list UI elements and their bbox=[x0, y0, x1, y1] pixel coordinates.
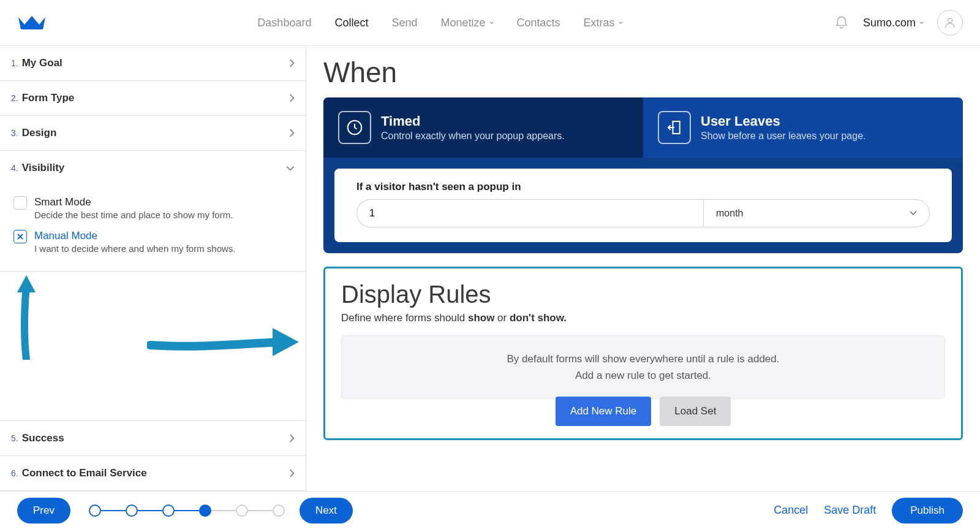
checkbox-checked[interactable] bbox=[13, 230, 27, 243]
exit-door-icon bbox=[658, 111, 691, 144]
step-dot[interactable] bbox=[236, 504, 248, 517]
step-dot[interactable] bbox=[273, 504, 285, 517]
x-icon bbox=[17, 233, 24, 240]
wizard-footer: Prev Next Cancel Save Draft Publish bbox=[0, 491, 980, 529]
when-heading: When bbox=[323, 56, 963, 89]
chevron-down-icon bbox=[919, 19, 924, 26]
when-tab-leaves-title: User Leaves bbox=[701, 113, 866, 129]
prev-button[interactable]: Prev bbox=[17, 498, 70, 523]
chevron-right-icon bbox=[288, 59, 295, 67]
content-area: When Timed Control exactly when your pop… bbox=[306, 46, 980, 491]
visibility-panel: Smart Mode Decide the best time and plac… bbox=[0, 185, 306, 272]
step-design[interactable]: 3.Design bbox=[0, 116, 306, 151]
frequency-value-input[interactable] bbox=[356, 199, 703, 227]
step-form-type[interactable]: 2.Form Type bbox=[0, 81, 306, 116]
workspace-switcher[interactable]: Sumo.com bbox=[863, 17, 924, 29]
annotation-area bbox=[0, 272, 306, 421]
display-rules-subtitle: Define where forms should show or don't … bbox=[341, 312, 945, 324]
clock-icon bbox=[338, 111, 371, 144]
mode-smart[interactable]: Smart Mode Decide the best time and plac… bbox=[13, 196, 292, 220]
nav-contacts[interactable]: Contacts bbox=[517, 17, 560, 29]
add-new-rule-button[interactable]: Add New Rule bbox=[556, 397, 652, 426]
when-tab-timed[interactable]: Timed Control exactly when your popup ap… bbox=[323, 97, 643, 158]
bell-icon[interactable] bbox=[834, 13, 850, 32]
wizard-sidebar: 1.My Goal 2.Form Type 3.Design 4.Visibil… bbox=[0, 46, 306, 491]
step-visibility[interactable]: 4.Visibility bbox=[0, 151, 306, 185]
step-dot[interactable] bbox=[89, 504, 101, 517]
when-form: If a visitor hasn't seen a popup in mont… bbox=[334, 169, 952, 242]
when-tab-leaves-sub: Show before a user leaves your page. bbox=[701, 131, 866, 142]
nav-monetize[interactable]: Monetize bbox=[441, 17, 494, 29]
chevron-right-icon bbox=[288, 434, 295, 443]
when-tab-timed-sub: Control exactly when your popup appears. bbox=[381, 131, 565, 142]
chevron-down-icon bbox=[489, 19, 494, 26]
top-nav: Dashboard Collect Send Monetize Contacts… bbox=[47, 17, 834, 29]
workspace-name: Sumo.com bbox=[863, 17, 916, 29]
top-right: Sumo.com bbox=[834, 10, 963, 36]
top-bar: Dashboard Collect Send Monetize Contacts… bbox=[0, 0, 980, 46]
annotation-arrow-up-icon bbox=[11, 274, 42, 360]
svg-point-0 bbox=[948, 18, 952, 23]
frequency-unit-select[interactable]: month bbox=[703, 199, 930, 227]
mode-smart-sub: Decide the best time and place to show m… bbox=[34, 210, 233, 220]
annotation-arrow-right-icon bbox=[147, 321, 300, 363]
when-tab-user-leaves[interactable]: User Leaves Show before a user leaves yo… bbox=[643, 97, 963, 158]
display-rules-empty-state: By default forms will show everywhere un… bbox=[341, 335, 945, 399]
frequency-unit-value: month bbox=[716, 208, 743, 219]
mode-manual[interactable]: Manual Mode I want to decide where and w… bbox=[13, 230, 292, 254]
avatar[interactable] bbox=[937, 10, 963, 36]
cancel-link[interactable]: Cancel bbox=[774, 504, 808, 517]
chevron-down-icon bbox=[286, 165, 295, 171]
nav-send[interactable]: Send bbox=[391, 17, 417, 29]
chevron-right-icon bbox=[288, 94, 295, 102]
load-set-button[interactable]: Load Set bbox=[660, 397, 731, 426]
progress-stepper bbox=[89, 504, 285, 517]
save-draft-link[interactable]: Save Draft bbox=[824, 504, 876, 517]
nav-dashboard[interactable]: Dashboard bbox=[257, 17, 311, 29]
checkbox-unchecked[interactable] bbox=[13, 196, 27, 210]
when-form-label: If a visitor hasn't seen a popup in bbox=[356, 181, 930, 193]
step-success[interactable]: 5.Success bbox=[0, 421, 306, 456]
display-rules-title: Display Rules bbox=[341, 281, 945, 308]
nav-collect[interactable]: Collect bbox=[334, 17, 368, 29]
mode-manual-sub: I want to decide where and when my form … bbox=[34, 243, 236, 254]
display-rules-panel: Display Rules Define where forms should … bbox=[323, 267, 963, 440]
mode-smart-title: Smart Mode bbox=[34, 196, 233, 208]
step-my-goal[interactable]: 1.My Goal bbox=[0, 46, 306, 81]
next-button[interactable]: Next bbox=[300, 498, 353, 523]
chevron-right-icon bbox=[288, 469, 295, 478]
logo-crown-icon bbox=[17, 13, 47, 32]
user-icon bbox=[943, 16, 957, 29]
chevron-down-icon bbox=[910, 211, 917, 216]
when-tab-timed-title: Timed bbox=[381, 113, 565, 129]
step-dot[interactable] bbox=[162, 504, 175, 517]
mode-manual-title: Manual Mode bbox=[34, 230, 236, 242]
step-dot-current[interactable] bbox=[199, 504, 211, 517]
when-panel: Timed Control exactly when your popup ap… bbox=[323, 97, 963, 253]
step-connect-email[interactable]: 6.Connect to Email Service bbox=[0, 456, 306, 491]
chevron-right-icon bbox=[288, 129, 295, 137]
chevron-down-icon bbox=[619, 19, 623, 26]
step-dot[interactable] bbox=[126, 504, 138, 517]
nav-extras[interactable]: Extras bbox=[584, 17, 623, 29]
publish-button[interactable]: Publish bbox=[892, 498, 963, 523]
